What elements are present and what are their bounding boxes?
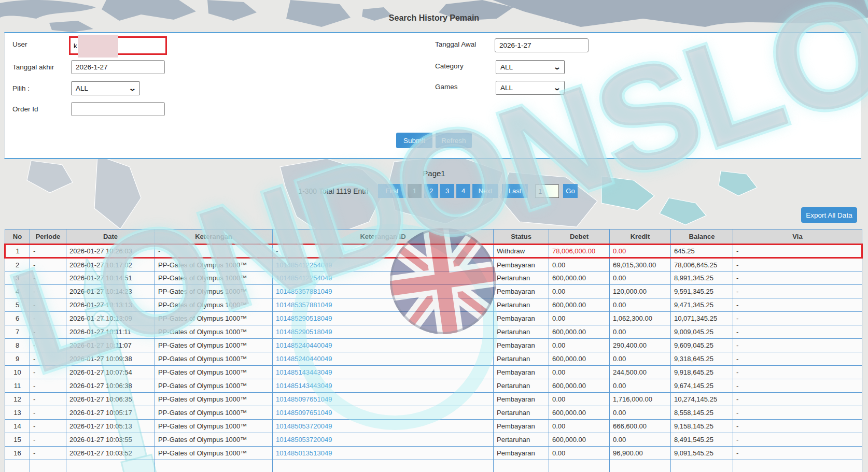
table-cell: 2026-01-27 10:09:38	[66, 352, 155, 366]
column-header: Kredit	[610, 230, 671, 245]
table-cell: 0.00	[610, 433, 671, 447]
table-row: 8-2026-01-27 10:11:07PP-Gates of Olympus…	[5, 339, 862, 352]
table-cell[interactable]: 101485143443049	[273, 366, 494, 379]
category-select-value: ALL	[500, 63, 513, 71]
table-cell[interactable]: 101485357881049	[273, 298, 494, 312]
tanggal-akhir-input[interactable]	[71, 60, 165, 74]
table-cell[interactable]: 101485053720049	[273, 433, 494, 447]
table-cell	[610, 460, 671, 472]
table-cell: 244,500.00	[610, 366, 671, 379]
table-cell	[671, 460, 733, 472]
table-cell[interactable]: 101485240440049	[273, 352, 494, 366]
table-cell: -	[733, 447, 862, 460]
table-cell: PP-Gates of Olympus 1000™	[155, 433, 273, 447]
table-cell: -	[30, 447, 66, 460]
table-cell: 600,000.00	[549, 325, 610, 339]
table-cell[interactable]: 101485412254049	[273, 258, 494, 271]
page-indicator: Page1	[0, 169, 868, 178]
goto-page-input[interactable]	[535, 184, 559, 198]
table-cell: 2	[5, 258, 30, 271]
table-cell: 600,000.00	[549, 271, 610, 285]
column-header: No	[5, 230, 30, 245]
export-all-data-button[interactable]: Export All Data	[801, 207, 857, 223]
table-row: 12-2026-01-27 10:06:35PP-Gates of Olympu…	[5, 393, 862, 406]
go-button[interactable]: Go	[563, 184, 578, 198]
tanggal-awal-input[interactable]	[495, 38, 589, 52]
table-cell: 2026-01-27 10:05:17	[66, 406, 155, 420]
table-cell: PP-Gates of Olympus 1000™	[155, 298, 273, 312]
table-cell[interactable]: 101485290518049	[273, 312, 494, 325]
table-cell: 96,900.00	[610, 447, 671, 460]
table-cell: 9,318,645.25	[671, 352, 733, 366]
table-cell: 2026-01-27 10:03:55	[66, 433, 155, 447]
page-button-4[interactable]: 4	[456, 184, 470, 198]
table-cell: 3	[5, 271, 30, 285]
table-cell[interactable]: 101485097651049	[273, 406, 494, 420]
table-cell: 2026-01-27 10:11:07	[66, 339, 155, 352]
table-cell: 8,991,345.25	[671, 271, 733, 285]
table-cell: -	[30, 271, 66, 285]
table-cell[interactable]: 101485053720049	[273, 420, 494, 433]
submit-button[interactable]: Submit	[396, 133, 432, 148]
table-row: 11-2026-01-27 10:06:38PP-Gates of Olympu…	[5, 379, 862, 393]
table-cell: Pertaruhan	[494, 379, 549, 393]
table-cell: 290,400.00	[610, 339, 671, 352]
table-row: 7-2026-01-27 10:11:11PP-Gates of Olympus…	[5, 325, 862, 339]
column-header: Date	[66, 230, 155, 245]
table-cell[interactable]: 101485143443049	[273, 379, 494, 393]
table-cell: 0.00	[610, 298, 671, 312]
games-select[interactable]: ALL ⌄	[496, 81, 565, 95]
table-cell: 2026-01-27 10:03:52	[66, 447, 155, 460]
pilih-select[interactable]: ALL ⌄	[71, 81, 140, 95]
page-button-3[interactable]: 3	[440, 184, 454, 198]
refresh-button[interactable]: Refresh	[436, 133, 472, 148]
table-cell: PP-Gates of Olympus 1000™	[155, 366, 273, 379]
table-cell: -	[733, 433, 862, 447]
table-cell: Pembayaran	[494, 420, 549, 433]
table-cell: -	[30, 352, 66, 366]
table-cell: -	[30, 258, 66, 271]
table-cell[interactable]: 101485013513049	[273, 447, 494, 460]
page-button-2[interactable]: 2	[424, 184, 438, 198]
category-select[interactable]: ALL ⌄	[496, 60, 565, 74]
table-cell: 2026-01-27 10:13:09	[66, 312, 155, 325]
table-cell[interactable]: 101485290518049	[273, 325, 494, 339]
table-cell: 9,609,045.25	[671, 339, 733, 352]
table-cell	[66, 460, 155, 472]
table-cell: 9,674,145.25	[671, 379, 733, 393]
table-cell: 2026-01-27 10:06:35	[66, 393, 155, 406]
table-cell: -	[733, 339, 862, 352]
table-cell: 9	[5, 352, 30, 366]
order-id-input[interactable]	[71, 102, 165, 116]
table-cell	[273, 460, 494, 472]
first-page-button[interactable]: First	[378, 184, 406, 198]
last-page-button[interactable]: Last	[502, 184, 528, 198]
table-cell[interactable]: 101485412254049	[273, 271, 494, 285]
table-cell: -	[733, 406, 862, 420]
table-cell: 2026-01-27 10:11:11	[66, 325, 155, 339]
table-cell: 1	[5, 245, 30, 258]
page-button-1[interactable]: 1	[408, 184, 422, 198]
table-cell: -	[273, 245, 494, 258]
table-cell: PP-Gates of Olympus 1000™	[155, 271, 273, 285]
column-header: Keterangan ID	[273, 230, 494, 245]
column-header: Keterangan	[155, 230, 273, 245]
table-cell: PP-Gates of Olympus 1000™	[155, 325, 273, 339]
chevron-down-icon: ⌄	[553, 63, 561, 71]
table-cell: PP-Gates of Olympus 1000™	[155, 312, 273, 325]
column-header: Status	[494, 230, 549, 245]
table-cell: 8,491,545.25	[671, 433, 733, 447]
table-cell[interactable]: 101485357881049	[273, 285, 494, 298]
table-cell: Pertaruhan	[494, 271, 549, 285]
table-cell: 0.00	[610, 379, 671, 393]
table-cell: 1,062,300.00	[610, 312, 671, 325]
table-cell[interactable]: 101485097651049	[273, 393, 494, 406]
table-cell: 0.00	[549, 312, 610, 325]
table-cell: -	[30, 245, 66, 258]
chevron-down-icon: ⌄	[553, 84, 561, 92]
table-cell: 9,471,345.25	[671, 298, 733, 312]
table-cell: Pembayaran	[494, 258, 549, 271]
next-page-button[interactable]: Next	[472, 184, 498, 198]
column-header: Debet	[549, 230, 610, 245]
table-cell[interactable]: 101485240440049	[273, 339, 494, 352]
